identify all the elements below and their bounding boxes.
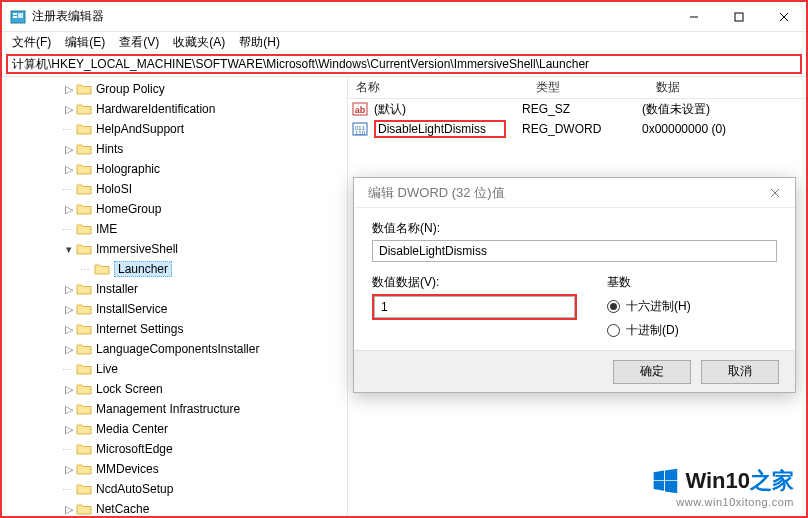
svg-marker-18: [665, 481, 677, 493]
dialog-titlebar: 编辑 DWORD (32 位)值: [354, 178, 795, 208]
tree-item[interactable]: ⋯NcdAutoSetup: [2, 479, 347, 499]
tree-item[interactable]: ⋯Live: [2, 359, 347, 379]
tree-item-label: Launcher: [114, 261, 172, 277]
dialog-close-button[interactable]: [755, 178, 795, 208]
tree-item[interactable]: ⋯HelpAndSupport: [2, 119, 347, 139]
radio-dec[interactable]: 十进制(D): [607, 318, 691, 342]
chevron-right-icon[interactable]: ▷: [62, 82, 76, 96]
windows-logo-icon: [651, 467, 679, 495]
chevron-right-icon[interactable]: ▷: [62, 282, 76, 296]
tree-item[interactable]: ⋯MicrosoftEdge: [2, 439, 347, 459]
address-bar[interactable]: 计算机\HKEY_LOCAL_MACHINE\SOFTWARE\Microsof…: [6, 54, 802, 74]
folder-icon: [76, 342, 92, 356]
tree-item[interactable]: ▷HardwareIdentification: [2, 99, 347, 119]
folder-icon: [76, 362, 92, 376]
chevron-right-icon[interactable]: ▷: [62, 502, 76, 516]
folder-icon: [76, 302, 92, 316]
tree-item[interactable]: ▷Lock Screen: [2, 379, 347, 399]
svg-text:110: 110: [355, 130, 366, 136]
base-label: 基数: [607, 274, 691, 291]
col-data[interactable]: 数据: [648, 79, 806, 96]
menu-view[interactable]: 查看(V): [113, 32, 165, 53]
chevron-right-icon[interactable]: ▷: [62, 422, 76, 436]
window-title: 注册表编辑器: [32, 8, 671, 25]
tree-item[interactable]: ▷Media Center: [2, 419, 347, 439]
ok-button[interactable]: 确定: [613, 360, 691, 384]
menu-help[interactable]: 帮助(H): [233, 32, 286, 53]
folder-icon: [76, 122, 92, 136]
tree-item-label: Group Policy: [96, 82, 165, 96]
chevron-down-icon[interactable]: ▾: [62, 242, 76, 256]
close-button[interactable]: [761, 2, 806, 32]
tree-item-label: MicrosoftEdge: [96, 442, 173, 456]
tree-item-label: Installer: [96, 282, 138, 296]
tree-item[interactable]: ⋯HoloSI: [2, 179, 347, 199]
radio-hex[interactable]: 十六进制(H): [607, 294, 691, 318]
tree-item[interactable]: ▷InstallService: [2, 299, 347, 319]
tree-item[interactable]: ⋯IME: [2, 219, 347, 239]
tree-item[interactable]: ▷Installer: [2, 279, 347, 299]
folder-icon: [76, 202, 92, 216]
cancel-button[interactable]: 取消: [701, 360, 779, 384]
folder-icon: [76, 242, 92, 256]
tree-item[interactable]: ▷Group Policy: [2, 79, 347, 99]
folder-icon: [76, 402, 92, 416]
chevron-right-icon[interactable]: ▷: [62, 162, 76, 176]
folder-icon: [76, 82, 92, 96]
tree-item[interactable]: ⋯Launcher: [2, 259, 347, 279]
value-name: (默认): [374, 101, 406, 118]
edit-dword-dialog: 编辑 DWORD (32 位)值 数值名称(N): 数值数据(V): 基数: [353, 177, 796, 393]
menu-edit[interactable]: 编辑(E): [59, 32, 111, 53]
chevron-right-icon[interactable]: ▷: [62, 202, 76, 216]
value-data-label: 数值数据(V):: [372, 274, 577, 291]
menubar: 文件(F) 编辑(E) 查看(V) 收藏夹(A) 帮助(H): [2, 32, 806, 52]
tree-item-label: Management Infrastructure: [96, 402, 240, 416]
tree-item[interactable]: ▷Management Infrastructure: [2, 399, 347, 419]
folder-icon: [76, 282, 92, 296]
chevron-right-icon[interactable]: ▷: [62, 102, 76, 116]
svg-rect-1: [13, 13, 17, 15]
tree-item[interactable]: ▷Holographic: [2, 159, 347, 179]
menu-favorites[interactable]: 收藏夹(A): [167, 32, 231, 53]
folder-icon: [76, 222, 92, 236]
folder-icon: [76, 142, 92, 156]
tree-pane: ▷Group Policy▷HardwareIdentification⋯Hel…: [2, 77, 348, 516]
value-data-field[interactable]: [374, 296, 575, 318]
tree-item[interactable]: ▷NetCache: [2, 499, 347, 516]
tree-item-label: IME: [96, 222, 117, 236]
tree-leaf-icon: ⋯: [80, 262, 94, 276]
tree-item[interactable]: ▷Hints: [2, 139, 347, 159]
menu-file[interactable]: 文件(F): [6, 32, 57, 53]
tree-leaf-icon: ⋯: [62, 442, 76, 456]
tree-item[interactable]: ▷MMDevices: [2, 459, 347, 479]
tree-item[interactable]: ▾ImmersiveShell: [2, 239, 347, 259]
folder-icon: [76, 442, 92, 456]
chevron-right-icon[interactable]: ▷: [62, 462, 76, 476]
value-row[interactable]: ab(默认)REG_SZ(数值未设置): [348, 99, 806, 119]
chevron-right-icon[interactable]: ▷: [62, 322, 76, 336]
value-name-field[interactable]: [372, 240, 777, 262]
tree-leaf-icon: ⋯: [62, 482, 76, 496]
tree-item-label: Lock Screen: [96, 382, 163, 396]
tree-item-label: Holographic: [96, 162, 160, 176]
chevron-right-icon[interactable]: ▷: [62, 342, 76, 356]
value-row[interactable]: 011110DisableLightDismissREG_DWORD0x0000…: [348, 119, 806, 139]
titlebar: 注册表编辑器: [2, 2, 806, 32]
chevron-right-icon[interactable]: ▷: [62, 302, 76, 316]
minimize-button[interactable]: [671, 2, 716, 32]
list-header: 名称 类型 数据: [348, 77, 806, 99]
tree-item[interactable]: ▷HomeGroup: [2, 199, 347, 219]
tree-item[interactable]: ▷Internet Settings: [2, 319, 347, 339]
col-type[interactable]: 类型: [528, 79, 648, 96]
chevron-right-icon[interactable]: ▷: [62, 402, 76, 416]
maximize-button[interactable]: [716, 2, 761, 32]
tree-item-label: Internet Settings: [96, 322, 183, 336]
chevron-right-icon[interactable]: ▷: [62, 382, 76, 396]
svg-rect-5: [735, 13, 743, 21]
value-data: (数值未设置): [642, 101, 806, 118]
folder-icon: [76, 462, 92, 476]
col-name[interactable]: 名称: [348, 79, 528, 96]
tree-item[interactable]: ▷LanguageComponentsInstaller: [2, 339, 347, 359]
tree-item-label: HelpAndSupport: [96, 122, 184, 136]
chevron-right-icon[interactable]: ▷: [62, 142, 76, 156]
